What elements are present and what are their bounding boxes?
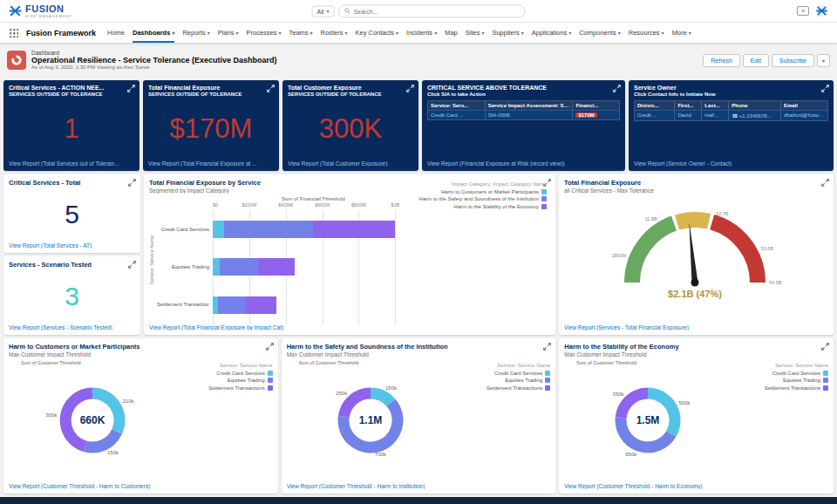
view-report-link[interactable]: View Report (Customer Threshold - Harm t…: [564, 483, 828, 489]
bar-segment[interactable]: [218, 296, 245, 314]
column-header[interactable]: Financi...: [573, 101, 619, 110]
legend-item[interactable]: Equities Trading: [182, 378, 273, 383]
nav-item-resources[interactable]: Resources▾: [629, 23, 664, 43]
last-name-cell[interactable]: Half...: [702, 110, 729, 120]
chevron-down-icon: ▾: [481, 31, 484, 36]
expand-icon[interactable]: [821, 85, 829, 92]
sia-link[interactable]: SIA-0008: [486, 110, 574, 119]
donut-center-value: 1.1M: [358, 414, 382, 426]
new-window-icon[interactable]: +: [797, 6, 809, 16]
nav-item-rosters[interactable]: Rosters▾: [321, 23, 348, 43]
view-report-link[interactable]: View Report (Total Financial Exposure by…: [149, 324, 550, 330]
legend-item[interactable]: Credit Card Services: [459, 371, 550, 376]
bar-segment[interactable]: [258, 258, 295, 276]
column-header[interactable]: First...: [675, 101, 702, 110]
legend-item[interactable]: Equities Trading: [459, 378, 550, 383]
column-header[interactable]: Service: Serv...: [428, 101, 486, 110]
division-cell[interactable]: Credit ...: [635, 110, 675, 120]
legend-item[interactable]: Harm to Customers or Market Participants: [398, 189, 547, 194]
chevron-down-icon: ▾: [208, 31, 210, 36]
more-actions-button[interactable]: ▾: [817, 54, 830, 67]
bar-segment[interactable]: [246, 296, 277, 314]
view-report-link[interactable]: View Report (Total Services - AT): [9, 242, 135, 249]
view-report-link[interactable]: View Report (Total Customer Exposure): [288, 160, 413, 167]
nav-item-incidents[interactable]: Incidents▾: [406, 23, 437, 43]
nav-item-map[interactable]: Map: [445, 23, 458, 43]
column-header[interactable]: Divisio...: [635, 101, 675, 110]
edit-button[interactable]: Edit: [743, 54, 769, 67]
bar-segment[interactable]: [313, 221, 395, 238]
nav-item-processes[interactable]: Processes▾: [246, 23, 281, 43]
legend-item[interactable]: Credit Card Services: [738, 371, 828, 376]
first-name-cell[interactable]: David: [675, 110, 702, 120]
view-report-link[interactable]: View Report (Financial Exposure at Risk …: [427, 160, 620, 167]
view-report-link[interactable]: View Report (Customer Threshold - Harm t…: [9, 483, 273, 489]
app-name[interactable]: Fusion Framework: [26, 29, 96, 37]
search-box[interactable]: [337, 4, 525, 17]
app-launcher-icon[interactable]: [9, 28, 18, 37]
bar-segment[interactable]: [224, 221, 314, 238]
legend-label: Credit Card Services: [772, 371, 820, 376]
legend-item[interactable]: Settlement Transactions: [738, 385, 828, 391]
subscribe-button[interactable]: Subscribe: [772, 54, 814, 67]
view-report-link[interactable]: View Report (Customer Threshold - Harm t…: [287, 483, 551, 489]
expand-icon[interactable]: [406, 85, 414, 92]
refresh-button[interactable]: Refresh: [703, 54, 740, 67]
expand-icon[interactable]: [821, 179, 829, 187]
legend-item[interactable]: Harm to the Safety and Soundness of the …: [398, 196, 547, 201]
bar-settlement-transactions[interactable]: [213, 296, 409, 314]
fusion-app-icon[interactable]: [815, 4, 828, 17]
search-scope-select[interactable]: All ▾: [312, 5, 335, 17]
legend-item[interactable]: Credit Card Services: [182, 371, 273, 376]
bar-credit-card-services[interactable]: [213, 221, 409, 238]
legend-item[interactable]: Settlement Transactions: [459, 385, 550, 391]
nav-item-more[interactable]: More▾: [672, 23, 691, 43]
expand-icon[interactable]: [128, 261, 136, 269]
nav-item-sites[interactable]: Sites▾: [466, 23, 485, 43]
view-report-link[interactable]: View Report (Service Owner - Contact): [634, 160, 828, 167]
view-report-link[interactable]: View Report (Total Services out of Toler…: [9, 160, 134, 167]
legend-item[interactable]: Harm to the Stability of the Economy: [398, 204, 547, 209]
expand-icon[interactable]: [543, 343, 551, 351]
nav-item-components[interactable]: Components▾: [579, 23, 621, 43]
bar-segment[interactable]: [213, 221, 224, 238]
expand-icon[interactable]: [127, 85, 135, 92]
donut-slice-settlement-transactions[interactable]: [344, 393, 371, 417]
bar-segment[interactable]: [213, 258, 220, 276]
expand-icon[interactable]: [267, 85, 275, 92]
nav-item-reports[interactable]: Reports▾: [182, 23, 209, 43]
phone-cell[interactable]: ☎+1 2345678...: [729, 110, 781, 120]
brand-logo[interactable]: FUSION RISK MANAGEMENT: [9, 4, 72, 18]
view-report-link[interactable]: View Report (Services - Scenario Tested): [9, 324, 135, 330]
search-input[interactable]: [353, 8, 519, 14]
table-row[interactable]: Credit Card ... SIA-0008 $170M: [428, 110, 619, 119]
critical-service-card: CRITICAL SERVICE ABOVE TOLERANCE Click S…: [422, 80, 625, 171]
legend-item[interactable]: Settlement Transactions: [182, 385, 273, 391]
column-header[interactable]: Phone: [729, 101, 781, 110]
nav-item-suppliers[interactable]: Suppliers▾: [492, 23, 523, 43]
donut-slice-credit-card-services[interactable]: [371, 393, 391, 403]
email-cell[interactable]: dhalford@fusionr...: [781, 110, 827, 120]
table-row[interactable]: Credit ... David Half... ☎+1 2345678... …: [635, 110, 827, 120]
nav-item-applications[interactable]: Applications▾: [532, 23, 571, 43]
expand-icon[interactable]: [613, 85, 621, 92]
column-header[interactable]: Last...: [702, 101, 729, 110]
nav-item-key-contacts[interactable]: Key Contacts▾: [355, 23, 398, 43]
view-report-link[interactable]: View Report (Services - Total Financial …: [564, 324, 828, 330]
nav-item-plans[interactable]: Plans▾: [218, 23, 239, 43]
nav-item-home[interactable]: Home: [107, 23, 125, 43]
service-link[interactable]: Credit Card ...: [428, 110, 486, 119]
nav-item-teams[interactable]: Teams▾: [289, 23, 313, 43]
page: FUSION RISK MANAGEMENT All ▾ +: [0, 0, 837, 504]
donut-slice-equities-trading[interactable]: [85, 432, 117, 447]
expand-icon[interactable]: [266, 343, 274, 351]
expand-icon[interactable]: [128, 179, 136, 187]
bar-segment[interactable]: [220, 258, 258, 276]
nav-item-dashboards[interactable]: Dashboards▾: [133, 23, 174, 43]
legend-item[interactable]: Equities Trading: [738, 378, 828, 383]
column-header[interactable]: Email: [781, 101, 827, 110]
view-report-link[interactable]: View Report (Total Financial Exposure at…: [148, 160, 274, 167]
bar-equities-trading[interactable]: [213, 258, 409, 276]
expand-icon[interactable]: [821, 343, 829, 351]
column-header[interactable]: Service Impact Assessment: Servi...: [486, 101, 574, 110]
